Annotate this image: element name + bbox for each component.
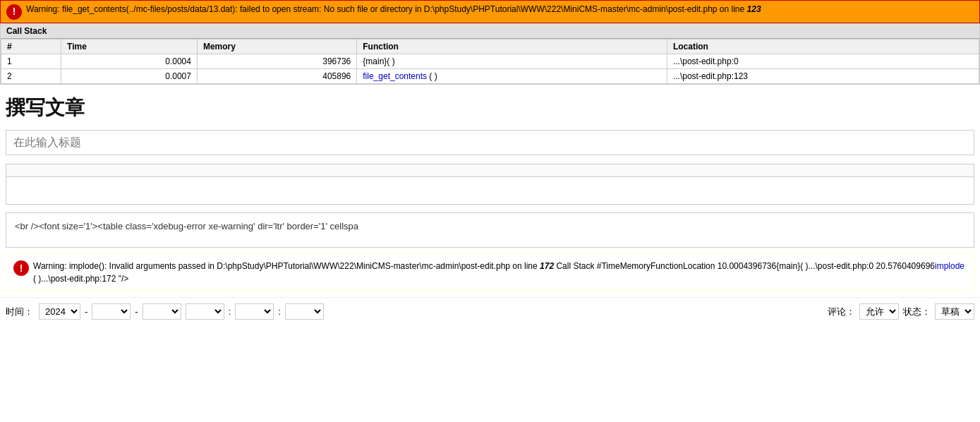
comment-section: 评论： 允许 禁止 xyxy=(828,303,899,320)
row2-time: 0.0007 xyxy=(61,69,198,84)
func-link[interactable]: file_get_contents xyxy=(363,71,427,81)
bottom-bar: 时间： 2024 - - : : 评论： 允许 禁止 状态： 草稿 发布 xyxy=(0,297,980,325)
row2-memory: 405896 xyxy=(197,69,356,84)
comment-label: 评论： xyxy=(828,306,855,318)
page-heading: 撰写文章 xyxy=(0,85,980,130)
row2-location: ...\post-edit.php:123 xyxy=(667,69,979,84)
row1-func: {main}( ) xyxy=(357,54,667,69)
implode-link[interactable]: implode xyxy=(935,261,964,271)
row1-location: ...\post-edit.php:0 xyxy=(667,54,979,69)
time-month-select[interactable] xyxy=(92,303,131,320)
sep4: : xyxy=(278,306,281,317)
warning-text-2: Warning: implode(): Invalid arguments pa… xyxy=(33,260,967,285)
callstack-title: Call Stack xyxy=(1,24,979,39)
row1-time: 0.0004 xyxy=(61,54,198,69)
time-day-select[interactable] xyxy=(143,303,181,320)
warning-icon-top: ! xyxy=(6,4,22,20)
status-section: 状态： 草稿 发布 xyxy=(903,303,974,320)
col-header-location: Location xyxy=(667,40,979,54)
title-input[interactable] xyxy=(6,130,974,155)
table-row: 2 0.0007 405896 file_get_contents ( ) ..… xyxy=(1,69,979,84)
warning-block2: ! Warning: implode(): Invalid arguments … xyxy=(6,253,974,291)
row1-num: 1 xyxy=(1,54,61,69)
sep3: : xyxy=(229,306,231,317)
warning-icon-2: ! xyxy=(13,260,29,276)
sep2: - xyxy=(135,306,138,317)
time-hour-select[interactable] xyxy=(186,303,224,320)
time-sec-select[interactable] xyxy=(285,303,324,320)
title-input-wrap xyxy=(0,130,980,161)
callstack-table: # Time Memory Function Location 1 0.0004… xyxy=(1,39,979,84)
time-min-select[interactable] xyxy=(235,303,274,320)
col-header-num: # xyxy=(1,40,61,54)
status-select[interactable]: 草稿 发布 xyxy=(935,303,974,320)
col-header-memory: Memory xyxy=(197,40,356,54)
warning-text-top: Warning: file_get_contents(../mc-files/p… xyxy=(26,4,974,16)
row1-memory: 396736 xyxy=(197,54,356,69)
table-row: 1 0.0004 396736 {main}( ) ...\post-edit.… xyxy=(1,54,979,69)
editor-wrap xyxy=(0,161,980,212)
time-label: 时间： xyxy=(6,306,33,318)
row2-func: file_get_contents ( ) xyxy=(357,69,667,84)
editor-toolbar xyxy=(6,164,974,176)
callstack-section: Call Stack # Time Memory Function Locati… xyxy=(0,23,980,85)
col-header-function: Function xyxy=(357,40,667,54)
row2-num: 2 xyxy=(1,69,61,84)
warning-bar-top: ! Warning: file_get_contents(../mc-files… xyxy=(0,0,980,23)
status-label: 状态： xyxy=(903,306,931,318)
editor-textarea[interactable] xyxy=(6,176,974,205)
sep1: - xyxy=(85,306,87,317)
time-year-select[interactable]: 2024 xyxy=(39,303,80,320)
comment-select[interactable]: 允许 禁止 xyxy=(859,303,899,320)
content-preview: <br /><font size='1'><table class='xdebu… xyxy=(6,212,974,248)
col-header-time: Time xyxy=(61,40,198,54)
